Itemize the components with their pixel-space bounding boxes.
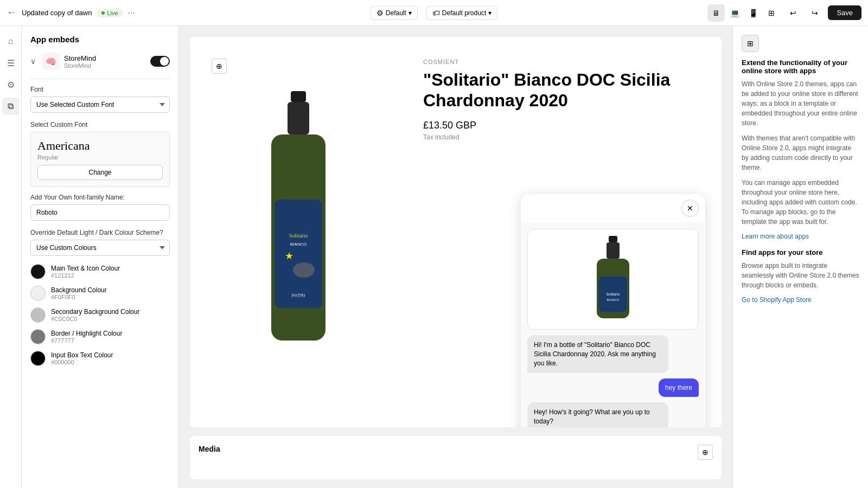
right-panel-title: Extend the functionality of your online … xyxy=(742,59,859,75)
color-name: Border / Highlight Colour xyxy=(51,330,122,337)
shopify-app-store-link[interactable]: Go to Shopify App Store xyxy=(742,296,812,304)
chat-bottle-image: Solitario BIANCO xyxy=(591,236,635,323)
app-name: StoreMind xyxy=(64,54,146,62)
live-dot xyxy=(101,11,105,15)
desktop-icon[interactable]: 🖥 xyxy=(707,4,725,22)
add-font-label: Add Your Own font-family Name: xyxy=(30,194,170,201)
product-preview: ⊕ Solitario BIANCO ★ xyxy=(190,37,722,427)
color-hex: #C0C0C0 xyxy=(51,316,139,322)
product-info-area: COSMIENT "Solitario" Bianco DOC Sicilia … xyxy=(407,37,722,427)
svg-rect-1 xyxy=(288,102,309,134)
right-panel: ⊞ Extend the functionality of your onlin… xyxy=(732,26,868,488)
storemind-app-item: ∨ 🧠 StoreMind StoreMind xyxy=(30,53,170,70)
default-product-dropdown[interactable]: 🏷 Default product ▾ xyxy=(426,6,497,20)
svg-text:★: ★ xyxy=(285,251,293,261)
panel-title: App embeds xyxy=(30,35,170,44)
right-panel-p2: With themes that aren't compatible with … xyxy=(742,133,859,172)
color-list: Main Text & Icon Colour #121212 Backgrou… xyxy=(30,264,170,366)
nav-home-icon[interactable]: ⌂ xyxy=(2,33,20,50)
chat-body: Solitario BIANCO Hi! I'm a bottle of "So… xyxy=(521,222,705,427)
app-info: StoreMind StoreMind xyxy=(64,54,146,69)
color-hex: #121212 xyxy=(51,272,120,279)
color-row: Main Text & Icon Colour #121212 xyxy=(30,264,170,279)
svg-rect-3 xyxy=(275,200,322,308)
color-info: Secondary Background Colour #C0C0C0 xyxy=(51,308,139,322)
color-swatch[interactable] xyxy=(30,307,46,323)
laptop-icon[interactable]: 💻 xyxy=(726,4,743,22)
grid-icon-button[interactable]: ⊞ xyxy=(742,35,759,52)
colour-scheme-select[interactable]: Use Custom Colours xyxy=(30,240,170,256)
find-apps-title: Find apps for your store xyxy=(742,248,859,256)
font-family-input[interactable] xyxy=(30,204,170,221)
redo-button[interactable]: ↪ xyxy=(806,4,824,22)
color-hex: #777777 xyxy=(51,337,122,344)
app-icon: 🧠 xyxy=(42,53,60,70)
font-preview-style: Regular xyxy=(37,154,163,160)
font-label: Font xyxy=(30,86,170,93)
color-info: Input Box Text Colour #000000 xyxy=(51,351,113,365)
font-select[interactable]: Use Selected Custom Font xyxy=(30,97,170,113)
mobile-icon[interactable]: 📱 xyxy=(744,4,762,22)
svg-rect-0 xyxy=(291,91,306,102)
media-title: Media xyxy=(199,445,220,453)
topbar-left: ← Updated copy of dawn Live ··· xyxy=(7,7,364,18)
color-name: Main Text & Icon Colour xyxy=(51,265,120,272)
topbar-center: ⚙ Default ▾ 🏷 Default product ▾ xyxy=(371,6,497,20)
select-custom-font-label: Select Custom Font xyxy=(30,121,170,129)
page-title: Updated copy of dawn xyxy=(22,9,92,17)
zoom-button[interactable]: ⊕ xyxy=(212,59,227,74)
color-info: Border / Highlight Colour #777777 xyxy=(51,330,122,344)
back-button[interactable]: ← xyxy=(7,7,16,18)
more-button[interactable]: ··· xyxy=(128,8,135,18)
app-embeds-panel: App embeds ∨ 🧠 StoreMind StoreMind Font … xyxy=(22,26,179,488)
save-button[interactable]: Save xyxy=(828,5,861,20)
product-brand: COSMIENT xyxy=(423,59,705,65)
nav-sections-icon[interactable]: ☰ xyxy=(2,54,20,72)
nav-settings-icon[interactable]: ⚙ xyxy=(2,76,20,93)
product-title: "Solitario" Bianco DOC Sicilia Chardonna… xyxy=(423,69,705,111)
color-swatch[interactable] xyxy=(30,286,46,301)
color-name: Background Colour xyxy=(51,286,107,294)
right-panel-p3: You can manage apps embedded throughout … xyxy=(742,178,859,227)
undo-button[interactable]: ↩ xyxy=(784,4,802,22)
font-preview-name: Americana xyxy=(37,139,163,153)
device-icons: 🖥 💻 📱 ⊞ xyxy=(707,4,780,22)
chat-user-msg: hey there xyxy=(659,378,699,397)
product-price: £13.50 GBP xyxy=(423,120,705,131)
media-section: Media ⊕ xyxy=(190,436,722,479)
tablet-icon[interactable]: ⊞ xyxy=(763,4,780,22)
chat-close-button[interactable]: ✕ xyxy=(681,200,699,217)
color-name: Secondary Background Colour xyxy=(51,308,139,316)
color-row: Border / Highlight Colour #777777 xyxy=(30,329,170,344)
color-swatch[interactable] xyxy=(30,329,46,344)
color-swatch[interactable] xyxy=(30,264,46,279)
topbar: ← Updated copy of dawn Live ··· ⚙ Defaul… xyxy=(0,0,868,26)
live-badge: Live xyxy=(97,9,122,17)
learn-more-link[interactable]: Learn more about apps xyxy=(742,233,809,240)
collapse-button[interactable]: ∨ xyxy=(30,57,36,66)
change-font-button[interactable]: Change xyxy=(37,165,163,180)
svg-text:PATRI: PATRI xyxy=(291,293,305,298)
topbar-right: 🖥 💻 📱 ⊞ ↩ ↪ Save xyxy=(504,4,861,22)
color-info: Background Colour #F0F0F0 xyxy=(51,286,107,300)
svg-rect-10 xyxy=(607,242,620,259)
left-nav: ⌂ ☰ ⚙ ⧉ xyxy=(0,26,22,488)
color-swatch[interactable] xyxy=(30,351,46,366)
font-preview-box: Americana Regular Change xyxy=(30,132,170,187)
chat-widget: ✕ Solitario BIANCO xyxy=(521,194,705,427)
right-panel-icons: ⊞ xyxy=(742,35,859,52)
chat-header: ✕ xyxy=(521,194,705,222)
canvas: ⊕ Solitario BIANCO ★ xyxy=(179,26,732,488)
default-dropdown[interactable]: ⚙ Default ▾ xyxy=(371,6,418,20)
override-label: Override Default Light / Dark Colour Sch… xyxy=(30,229,170,236)
app-toggle[interactable] xyxy=(150,56,170,67)
chat-bot-msg2: Hey! How's it going? What are you up to … xyxy=(527,402,668,427)
color-info: Main Text & Icon Colour #121212 xyxy=(51,265,120,279)
svg-text:BIANCO: BIANCO xyxy=(607,298,619,301)
color-row: Input Box Text Colour #000000 xyxy=(30,351,170,366)
canvas-inner: ⊕ Solitario BIANCO ★ xyxy=(179,26,732,488)
nav-apps-icon[interactable]: ⧉ xyxy=(2,98,20,115)
color-hex: #000000 xyxy=(51,359,113,365)
divider xyxy=(30,79,170,79)
media-zoom-button[interactable]: ⊕ xyxy=(698,445,713,460)
